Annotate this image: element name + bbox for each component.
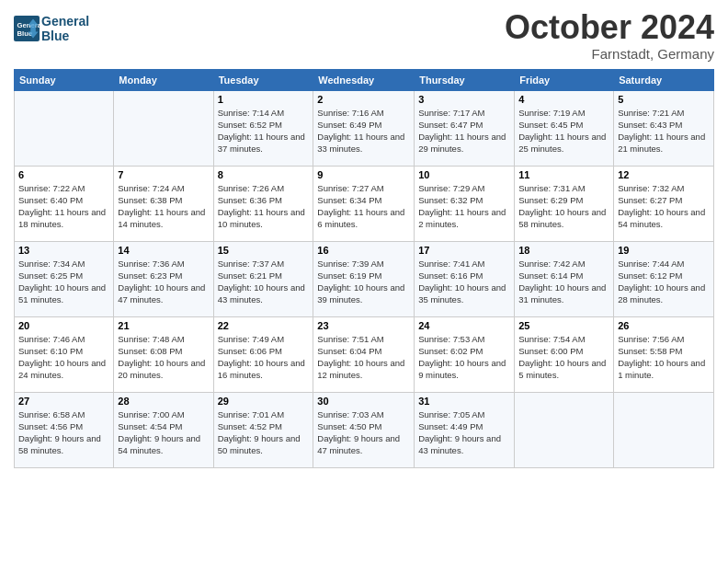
day-number: 19 xyxy=(618,245,710,256)
day-number: 13 xyxy=(18,245,109,256)
calendar-cell: 12Sunrise: 7:32 AM Sunset: 6:27 PM Dayli… xyxy=(614,166,714,241)
header: General Blue General Blue October 2024 F… xyxy=(14,9,714,62)
day-number: 12 xyxy=(618,169,710,180)
day-number: 25 xyxy=(518,320,609,331)
calendar-cell: 28Sunrise: 7:00 AM Sunset: 4:54 PM Dayli… xyxy=(114,392,213,467)
day-number: 4 xyxy=(518,94,609,105)
day-number: 2 xyxy=(317,94,410,105)
weekday-header-thursday: Thursday xyxy=(415,69,515,90)
calendar-row-4: 27Sunrise: 6:58 AM Sunset: 4:56 PM Dayli… xyxy=(15,392,714,467)
day-number: 23 xyxy=(317,320,410,331)
calendar-cell: 22Sunrise: 7:49 AM Sunset: 6:06 PM Dayli… xyxy=(213,316,313,392)
day-info: Sunrise: 7:34 AM Sunset: 6:25 PM Dayligh… xyxy=(18,258,109,306)
weekday-header-friday: Friday xyxy=(515,69,614,90)
day-info: Sunrise: 6:58 AM Sunset: 4:56 PM Dayligh… xyxy=(18,408,109,457)
day-number: 28 xyxy=(118,396,209,407)
weekday-header-tuesday: Tuesday xyxy=(213,69,313,90)
calendar-cell: 8Sunrise: 7:26 AM Sunset: 6:36 PM Daylig… xyxy=(213,166,313,241)
day-number: 5 xyxy=(618,94,710,105)
calendar-cell: 20Sunrise: 7:46 AM Sunset: 6:10 PM Dayli… xyxy=(15,316,114,392)
day-number: 10 xyxy=(418,169,510,180)
day-info: Sunrise: 7:36 AM Sunset: 6:23 PM Dayligh… xyxy=(118,258,209,306)
month-title: October 2024 xyxy=(505,9,714,46)
calendar-cell: 6Sunrise: 7:22 AM Sunset: 6:40 PM Daylig… xyxy=(15,166,114,241)
calendar-cell xyxy=(114,90,213,166)
day-info: Sunrise: 7:56 AM Sunset: 5:58 PM Dayligh… xyxy=(618,333,710,382)
calendar-cell: 11Sunrise: 7:31 AM Sunset: 6:29 PM Dayli… xyxy=(515,166,614,241)
weekday-header-sunday: Sunday xyxy=(15,69,114,90)
calendar-cell: 16Sunrise: 7:39 AM Sunset: 6:19 PM Dayli… xyxy=(313,241,415,316)
day-number: 14 xyxy=(118,245,209,256)
day-number: 17 xyxy=(418,245,510,256)
calendar-cell: 24Sunrise: 7:53 AM Sunset: 6:02 PM Dayli… xyxy=(415,316,515,392)
calendar-cell: 1Sunrise: 7:14 AM Sunset: 6:52 PM Daylig… xyxy=(213,90,313,166)
calendar-cell: 29Sunrise: 7:01 AM Sunset: 4:52 PM Dayli… xyxy=(213,392,313,467)
day-number: 31 xyxy=(418,396,510,407)
calendar-cell: 17Sunrise: 7:41 AM Sunset: 6:16 PM Dayli… xyxy=(415,241,515,316)
calendar-cell: 21Sunrise: 7:48 AM Sunset: 6:08 PM Dayli… xyxy=(114,316,213,392)
logo: General Blue General Blue xyxy=(14,14,89,43)
calendar-cell: 14Sunrise: 7:36 AM Sunset: 6:23 PM Dayli… xyxy=(114,241,213,316)
calendar-row-0: 1Sunrise: 7:14 AM Sunset: 6:52 PM Daylig… xyxy=(15,90,714,166)
day-info: Sunrise: 7:44 AM Sunset: 6:12 PM Dayligh… xyxy=(618,258,710,306)
main-container: General Blue General Blue October 2024 F… xyxy=(0,0,728,473)
day-info: Sunrise: 7:46 AM Sunset: 6:10 PM Dayligh… xyxy=(18,333,109,382)
calendar-cell xyxy=(614,392,714,467)
day-info: Sunrise: 7:53 AM Sunset: 6:02 PM Dayligh… xyxy=(418,333,510,382)
day-number: 1 xyxy=(218,94,310,105)
logo-icon: General Blue xyxy=(14,16,40,41)
day-info: Sunrise: 7:29 AM Sunset: 6:32 PM Dayligh… xyxy=(418,182,510,231)
calendar-cell: 31Sunrise: 7:05 AM Sunset: 4:49 PM Dayli… xyxy=(415,392,515,467)
day-number: 26 xyxy=(618,320,710,331)
day-number: 3 xyxy=(418,94,510,105)
day-info: Sunrise: 7:19 AM Sunset: 6:45 PM Dayligh… xyxy=(518,107,609,155)
day-number: 8 xyxy=(218,169,310,180)
calendar-cell: 13Sunrise: 7:34 AM Sunset: 6:25 PM Dayli… xyxy=(15,241,114,316)
day-number: 24 xyxy=(418,320,510,331)
day-info: Sunrise: 7:16 AM Sunset: 6:49 PM Dayligh… xyxy=(317,107,410,155)
day-info: Sunrise: 7:49 AM Sunset: 6:06 PM Dayligh… xyxy=(218,333,310,382)
day-number: 21 xyxy=(118,320,209,331)
calendar-cell: 25Sunrise: 7:54 AM Sunset: 6:00 PM Dayli… xyxy=(515,316,614,392)
calendar-cell: 15Sunrise: 7:37 AM Sunset: 6:21 PM Dayli… xyxy=(213,241,313,316)
day-number: 15 xyxy=(218,245,310,256)
calendar-cell: 2Sunrise: 7:16 AM Sunset: 6:49 PM Daylig… xyxy=(313,90,415,166)
day-info: Sunrise: 7:00 AM Sunset: 4:54 PM Dayligh… xyxy=(118,408,209,457)
day-info: Sunrise: 7:17 AM Sunset: 6:47 PM Dayligh… xyxy=(418,107,510,155)
day-number: 7 xyxy=(118,169,209,180)
calendar-cell: 19Sunrise: 7:44 AM Sunset: 6:12 PM Dayli… xyxy=(614,241,714,316)
day-info: Sunrise: 7:31 AM Sunset: 6:29 PM Dayligh… xyxy=(518,182,609,231)
day-number: 22 xyxy=(218,320,310,331)
title-block: October 2024 Farnstadt, Germany xyxy=(505,9,714,62)
calendar-row-1: 6Sunrise: 7:22 AM Sunset: 6:40 PM Daylig… xyxy=(15,166,714,241)
calendar-cell: 18Sunrise: 7:42 AM Sunset: 6:14 PM Dayli… xyxy=(515,241,614,316)
day-info: Sunrise: 7:05 AM Sunset: 4:49 PM Dayligh… xyxy=(418,408,510,457)
day-number: 6 xyxy=(18,169,109,180)
day-number: 9 xyxy=(317,169,410,180)
location: Farnstadt, Germany xyxy=(505,46,714,62)
calendar-cell: 9Sunrise: 7:27 AM Sunset: 6:34 PM Daylig… xyxy=(313,166,415,241)
day-number: 29 xyxy=(218,396,310,407)
calendar-row-3: 20Sunrise: 7:46 AM Sunset: 6:10 PM Dayli… xyxy=(15,316,714,392)
weekday-header-row: SundayMondayTuesdayWednesdayThursdayFrid… xyxy=(15,69,714,90)
logo-text: General Blue xyxy=(41,14,89,43)
calendar-row-2: 13Sunrise: 7:34 AM Sunset: 6:25 PM Dayli… xyxy=(15,241,714,316)
day-info: Sunrise: 7:24 AM Sunset: 6:38 PM Dayligh… xyxy=(118,182,209,231)
day-info: Sunrise: 7:42 AM Sunset: 6:14 PM Dayligh… xyxy=(518,258,609,306)
day-number: 30 xyxy=(317,396,410,407)
day-info: Sunrise: 7:01 AM Sunset: 4:52 PM Dayligh… xyxy=(218,408,310,457)
day-number: 27 xyxy=(18,396,109,407)
weekday-header-saturday: Saturday xyxy=(614,69,714,90)
calendar-cell: 23Sunrise: 7:51 AM Sunset: 6:04 PM Dayli… xyxy=(313,316,415,392)
day-info: Sunrise: 7:48 AM Sunset: 6:08 PM Dayligh… xyxy=(118,333,209,382)
calendar-cell: 27Sunrise: 6:58 AM Sunset: 4:56 PM Dayli… xyxy=(15,392,114,467)
day-info: Sunrise: 7:54 AM Sunset: 6:00 PM Dayligh… xyxy=(518,333,609,382)
day-info: Sunrise: 7:39 AM Sunset: 6:19 PM Dayligh… xyxy=(317,258,410,306)
calendar-cell xyxy=(515,392,614,467)
day-info: Sunrise: 7:51 AM Sunset: 6:04 PM Dayligh… xyxy=(317,333,410,382)
calendar-cell: 5Sunrise: 7:21 AM Sunset: 6:43 PM Daylig… xyxy=(614,90,714,166)
calendar-cell: 10Sunrise: 7:29 AM Sunset: 6:32 PM Dayli… xyxy=(415,166,515,241)
day-number: 20 xyxy=(18,320,109,331)
weekday-header-wednesday: Wednesday xyxy=(313,69,415,90)
calendar-cell: 7Sunrise: 7:24 AM Sunset: 6:38 PM Daylig… xyxy=(114,166,213,241)
